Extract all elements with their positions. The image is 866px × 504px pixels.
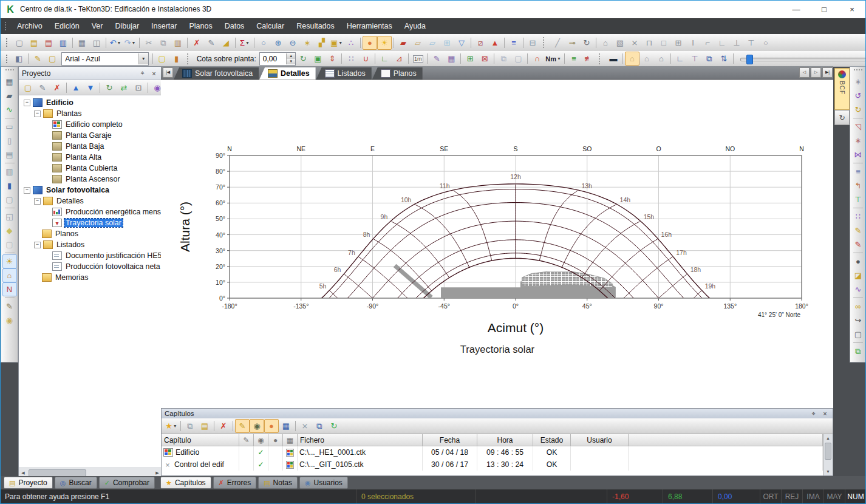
menu-calcular[interactable]: Calcular — [250, 18, 290, 34]
text-label-icon[interactable]: ⊟ — [525, 36, 540, 50]
minimize-button[interactable]: — — [782, 0, 810, 18]
edit-length-icon[interactable]: ✎ — [851, 223, 865, 237]
tree-expander-icon[interactable]: − — [24, 100, 30, 106]
snap-magnet-icon[interactable]: ∪ — [358, 52, 373, 66]
column-header-usuario[interactable]: Usuario — [571, 434, 629, 446]
column-header-pen-column[interactable]: ✎ — [239, 434, 254, 446]
tree-item-edificio[interactable]: −Edificio — [20, 97, 162, 108]
tree-item-edificio-completo[interactable]: Edificio completo — [20, 119, 162, 130]
print-icon[interactable]: ▦ — [75, 36, 89, 50]
rotate-view-button[interactable]: ↻ — [834, 110, 850, 125]
copy-icon[interactable]: ⧉ — [156, 36, 171, 50]
pv-lamp-icon[interactable]: ◆ — [2, 223, 17, 237]
column-header-fecha[interactable]: Fecha — [423, 434, 477, 446]
slider-thumb[interactable] — [746, 55, 753, 64]
menu-herramientas[interactable]: Herramientas — [341, 18, 398, 34]
new-style-icon[interactable]: ▢ — [155, 52, 169, 66]
scroll-down-icon[interactable]: ▼ — [823, 468, 833, 475]
list-validate-icon[interactable]: ≡ — [567, 52, 581, 66]
tree-item-producci-n-fotovoltaica-neta[interactable]: Producción fotovoltaica neta — [20, 261, 162, 272]
chapter-settings-icon[interactable]: ⨯ — [298, 419, 312, 433]
menu-resultados[interactable]: Resultados — [290, 18, 341, 34]
list-remove-icon[interactable]: ≢ — [581, 52, 596, 66]
table-row[interactable]: ⨯Control del edif✓C:\..._GIT_0105.ctk30 … — [162, 458, 823, 471]
move-icon[interactable]: ∗ — [851, 75, 865, 89]
rotate-angle-icon[interactable]: ↻ — [851, 103, 865, 117]
tree-item-producci-n-energ-tica-mens[interactable]: Producción energética mens — [20, 206, 162, 217]
carpentry-tool-icon[interactable]: ⊞ — [440, 36, 454, 50]
measure-icon[interactable]: ⧄ — [473, 36, 488, 50]
refresh-node-icon[interactable]: ↻ — [102, 81, 117, 95]
chapters-vscrollbar[interactable]: ▲ ▼ — [823, 434, 833, 475]
render-view-icon[interactable]: ● — [363, 36, 377, 50]
column-header-fichero[interactable]: Fichero — [298, 434, 423, 446]
explode-icon[interactable]: ● — [851, 254, 865, 268]
bcf-side-tab[interactable]: BCF — [834, 68, 850, 110]
filter-icon[interactable]: ▽ — [454, 36, 469, 50]
snap-grid-icon[interactable]: ∷ — [344, 52, 358, 66]
move-copy-icon[interactable]: ∗ — [851, 134, 865, 148]
mode-toggle-may[interactable]: MAY — [823, 489, 845, 503]
view-hidden-icon[interactable]: ⌂ — [654, 52, 669, 66]
rotate-icon[interactable]: ↺ — [851, 89, 865, 103]
bottom-tab-proyecto[interactable]: ▤Proyecto — [4, 477, 53, 489]
select-exclude-icon[interactable]: ⊠ — [477, 52, 492, 66]
dim-level-icon[interactable]: ⊿ — [392, 52, 406, 66]
menu-ver[interactable]: Ver — [86, 18, 109, 34]
refresh-all-icon[interactable]: ⇄ — [117, 81, 131, 95]
bottom-tab-cap-tulos[interactable]: ★Capítulos — [160, 477, 211, 489]
tree-item-planta-cubierta[interactable]: Planta Cubierta — [20, 163, 162, 174]
select-include-icon[interactable]: ⊞ — [463, 52, 477, 66]
pv-cable-icon[interactable]: ∿ — [2, 103, 17, 117]
spin-down-icon[interactable]: ▼ — [287, 59, 295, 64]
vscroll-track[interactable] — [823, 442, 833, 468]
print-preview-icon[interactable]: ◫ — [89, 36, 104, 50]
profile-column-icon[interactable]: ⊥ — [729, 36, 744, 50]
tree-item-planta-ascensor[interactable]: Planta Ascensor — [20, 174, 162, 185]
level-arrows-icon[interactable]: ⇕ — [325, 52, 339, 66]
tab-listados[interactable]: Listados — [316, 67, 372, 80]
pv-sheet-icon[interactable]: ▢ — [2, 237, 17, 251]
pv-coin-icon[interactable]: ◉ — [2, 313, 17, 327]
paste-icon[interactable]: ▥ — [171, 36, 185, 50]
tree-expander-icon[interactable]: − — [34, 242, 41, 248]
profile-round-icon[interactable]: ○ — [759, 36, 773, 50]
bottom-tab-usuarios[interactable]: ◉Usuarios — [299, 477, 348, 489]
tree-item-planos[interactable]: Planos — [20, 228, 162, 239]
locate-3d-icon[interactable]: ⊡ — [131, 81, 146, 95]
tab-scroll-right-icon[interactable]: ▷ — [811, 67, 821, 78]
delete-chapter-icon[interactable]: ✗ — [216, 419, 231, 433]
refresh-geometry-icon[interactable]: ↻ — [579, 36, 594, 50]
column-header-eye-column[interactable]: ◉ — [254, 434, 268, 446]
menu-dibujar[interactable]: Dibujar — [109, 18, 145, 34]
column-header-sphere-column[interactable]: ● — [268, 434, 283, 446]
calculate-icon[interactable]: Σ▼ — [237, 36, 252, 50]
view-wireframe-icon[interactable]: ⌂ — [639, 52, 654, 66]
tab-detalles[interactable]: Detalles — [259, 67, 316, 80]
redo-icon[interactable]: ↷▼ — [123, 36, 137, 50]
column-header-estado[interactable]: Estado — [533, 434, 571, 446]
work-plane-icon[interactable]: ⊤ — [687, 52, 702, 66]
table-row[interactable]: Edificio✓C:\..._HE1_0001.ctk05 / 04 / 18… — [162, 446, 823, 458]
tree-item-trayectoria-solar[interactable]: ▾Trayectoria solar — [20, 217, 162, 228]
cota-input[interactable]: 0,00▲▼ — [259, 52, 296, 66]
pv-array-icon[interactable]: ▦ — [2, 75, 17, 89]
paste-ghost-icon[interactable]: ⧉ — [496, 52, 511, 66]
annotate-measure-icon[interactable]: ✎ — [30, 52, 45, 66]
link-icon[interactable]: ∞ — [851, 299, 865, 313]
delete-node-icon[interactable]: ✗ — [50, 81, 64, 95]
pv-regulator-icon[interactable]: ▥ — [2, 165, 17, 179]
dim-linear-icon[interactable]: ∟ — [377, 52, 392, 66]
trim-icon[interactable]: ⊤ — [851, 192, 865, 206]
pin-icon[interactable]: ⌖ — [138, 69, 147, 77]
toggle-visibility-icon[interactable]: ◉ — [250, 419, 264, 433]
new-node-icon[interactable]: ▢ — [21, 81, 35, 95]
tree-expander-icon[interactable]: − — [24, 187, 30, 194]
bottom-tab-errores[interactable]: ✗Errores — [213, 477, 257, 489]
erase-icon[interactable]: ◪ — [851, 268, 865, 282]
hscroll-track[interactable] — [27, 469, 153, 476]
profile-frame-icon[interactable]: ⊞ — [671, 36, 686, 50]
extend-icon[interactable]: ↰ — [851, 179, 865, 192]
offset-icon[interactable]: ≡ — [851, 165, 865, 179]
favorites-star-icon[interactable]: ★▼ — [164, 419, 179, 433]
